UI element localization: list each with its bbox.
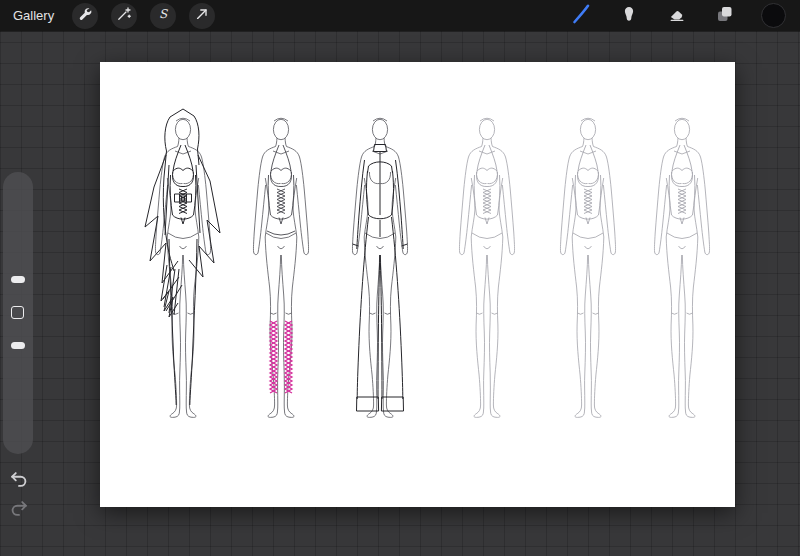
fashion-figure-4 — [459, 118, 514, 417]
smudge-button[interactable] — [617, 4, 641, 28]
layers-icon — [715, 4, 735, 28]
layers-button[interactable] — [713, 4, 737, 28]
pink-lace-detail — [270, 321, 292, 393]
corset-sketch-overlay — [575, 145, 601, 224]
gallery-button[interactable]: Gallery — [13, 8, 54, 23]
eraser-icon — [668, 5, 686, 27]
magic-wand-icon — [116, 6, 132, 26]
paint-brush-button[interactable] — [569, 4, 593, 28]
erase-button[interactable] — [665, 4, 689, 28]
arrow-icon — [194, 6, 210, 26]
opacity-slider[interactable] — [11, 342, 25, 349]
paint-tool-group — [569, 3, 786, 28]
fashion-figure-1 — [145, 109, 220, 417]
transform-button[interactable] — [189, 3, 215, 29]
jumpsuit-overlay — [353, 145, 408, 412]
brush-stroke-icon — [570, 3, 592, 29]
selection-button[interactable]: S — [150, 3, 176, 29]
adjustments-button[interactable] — [111, 3, 137, 29]
wrench-icon — [77, 6, 93, 26]
s-ribbon-icon: S — [155, 6, 171, 26]
corset-sketch-overlay — [669, 145, 695, 224]
fashion-figure-3 — [352, 118, 407, 417]
undo-button[interactable] — [8, 468, 30, 494]
color-swatch-circle[interactable] — [761, 3, 786, 28]
drawing-canvas[interactable] — [100, 62, 735, 507]
finger-smudge-icon — [620, 5, 638, 27]
modify-button[interactable] — [11, 306, 24, 319]
fashion-figure-2 — [253, 118, 308, 417]
redo-button[interactable] — [8, 497, 30, 523]
svg-text:S: S — [159, 7, 169, 21]
redo-arrow-icon — [8, 505, 30, 522]
fashion-figure-6 — [654, 118, 709, 417]
actions-button[interactable] — [72, 3, 98, 29]
brush-size-slider[interactable] — [11, 276, 25, 283]
fashion-figure-5 — [560, 118, 615, 417]
undo-arrow-icon — [8, 476, 30, 493]
brush-sidebar — [3, 172, 33, 454]
top-toolbar: Gallery S — [0, 0, 800, 31]
corset-top-overlay — [267, 145, 295, 235]
corset-sketch-overlay — [474, 145, 500, 224]
fashion-sketch-artwork — [100, 62, 735, 507]
